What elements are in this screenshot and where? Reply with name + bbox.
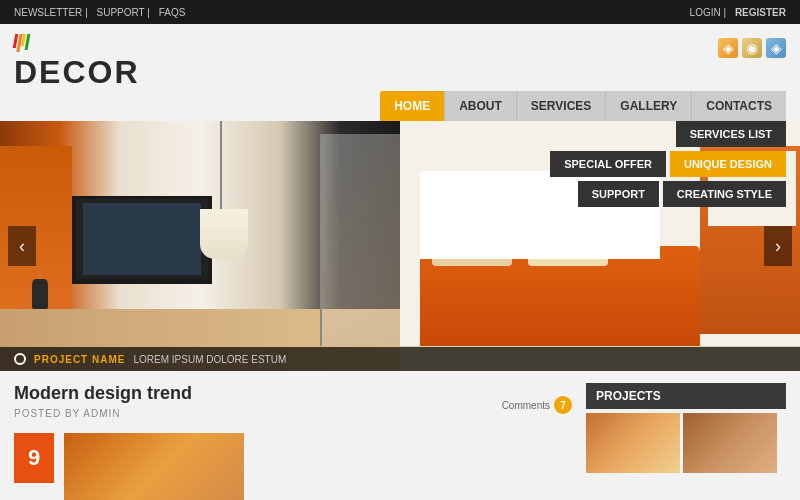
dropdown-support[interactable]: SUPPORT: [578, 181, 659, 207]
feed-icon[interactable]: ◉: [742, 38, 762, 58]
slider-prev-button[interactable]: ‹: [8, 226, 36, 266]
nav-wrapper: HOME ABOUT SERVICES GALLERY CONTACTS SER…: [0, 91, 800, 121]
header: DECOR ◈ ◉ ◈: [0, 24, 800, 91]
nav-home[interactable]: HOME: [380, 91, 445, 121]
caption-text: LOREM IPSUM DOLORE ESTUM: [133, 354, 286, 365]
comments-badge: Comments 7: [502, 396, 572, 414]
sidebar-projects: [586, 413, 786, 473]
sidebar-projects-title: Projects: [586, 383, 786, 409]
nav-gallery[interactable]: GALLERY: [606, 91, 692, 121]
dropdown-services-list[interactable]: SERVICES LIST: [676, 121, 786, 147]
top-bar: NEWSLETTER | SUPPORT | FAQS LOGIN | REGI…: [0, 0, 800, 24]
separator-2: |: [147, 7, 150, 18]
dropdown-menu: SERVICES LIST SPECIAL OFFER UNIQUE DESIG…: [486, 121, 786, 211]
logo-icon: [14, 34, 30, 52]
nav-about[interactable]: ABOUT: [445, 91, 517, 121]
register-link[interactable]: REGISTER: [735, 7, 786, 18]
nav-contacts[interactable]: CONTACTS: [692, 91, 786, 121]
dropdown-creating-style[interactable]: CREATING STYLE: [663, 181, 786, 207]
rss-icon[interactable]: ◈: [718, 38, 738, 58]
faqs-link[interactable]: FAQS: [159, 7, 186, 18]
article-image: [64, 433, 244, 500]
separator-3: |: [723, 7, 726, 18]
main-nav: HOME ABOUT SERVICES GALLERY CONTACTS: [380, 91, 786, 121]
project-thumb-1[interactable]: [586, 413, 680, 473]
article-meta: POSTED BY ADMIN: [14, 408, 192, 419]
dropdown-row-2: SPECIAL OFFER UNIQUE DESIGN: [486, 151, 786, 177]
nav-services[interactable]: SERVICES: [517, 91, 606, 121]
logo-area: DECOR: [14, 34, 140, 91]
article-number: 9: [14, 433, 54, 483]
project-thumb-2[interactable]: [683, 413, 777, 473]
scene-left: [0, 121, 400, 371]
caption-label: PROJECT NAME: [34, 354, 125, 365]
newsletter-link[interactable]: NEWSLETTER: [14, 7, 82, 18]
dropdown-row-1: SERVICES LIST: [486, 121, 786, 147]
dropdown-row-3: SUPPORT CREATING STYLE: [486, 181, 786, 207]
logo-text: DECOR: [14, 54, 140, 91]
slider-dot[interactable]: [14, 353, 26, 365]
article-title: Modern design trend: [14, 383, 192, 404]
slider-caption: PROJECT NAME LOREM IPSUM DOLORE ESTUM: [0, 347, 800, 371]
share-icon[interactable]: ◈: [766, 38, 786, 58]
support-link[interactable]: SUPPORT: [97, 7, 145, 18]
separator-1: |: [85, 7, 88, 18]
article-preview: 9: [14, 433, 572, 500]
main-wrapper: DECOR ◈ ◉ ◈ HOME ABOUT SERVICES GALLERY …: [0, 24, 800, 500]
login-link[interactable]: LOGIN: [690, 7, 721, 18]
social-icons: ◈ ◉ ◈: [718, 38, 786, 58]
top-bar-left: NEWSLETTER | SUPPORT | FAQS: [14, 7, 185, 18]
comments-label: Comments: [502, 400, 550, 411]
slider-next-button[interactable]: ›: [764, 226, 792, 266]
dropdown-unique-design[interactable]: UNIQUE DESIGN: [670, 151, 786, 177]
comments-count: 7: [554, 396, 572, 414]
sidebar: Projects: [586, 383, 786, 500]
meta-row: Modern design trend POSTED BY ADMIN Comm…: [14, 383, 572, 427]
content-area: Modern design trend POSTED BY ADMIN Comm…: [0, 371, 800, 500]
top-bar-right: LOGIN | REGISTER: [684, 7, 786, 18]
main-content: Modern design trend POSTED BY ADMIN Comm…: [14, 383, 572, 500]
dropdown-special-offer[interactable]: SPECIAL OFFER: [550, 151, 666, 177]
